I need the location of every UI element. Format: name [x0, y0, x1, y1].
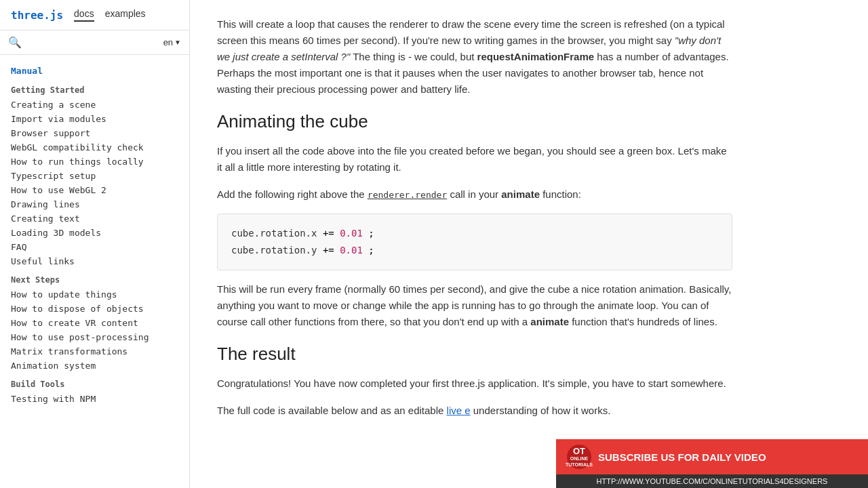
site-title[interactable]: three.js: [11, 9, 63, 22]
search-icon: 🔍: [8, 36, 22, 49]
section2-p2: The full code is available below and as …: [217, 403, 732, 419]
nav-creating-scene[interactable]: Creating a scene: [0, 98, 189, 112]
nav-docs[interactable]: docs: [74, 8, 94, 22]
live-example-link[interactable]: live e: [447, 405, 471, 416]
intro-paragraph: This will create a loop that causes the …: [217, 16, 732, 98]
section1-heading: Animating the cube: [217, 111, 841, 132]
section1-p2: Add the following right above the render…: [217, 186, 732, 203]
group-getting-started: Getting Started: [0, 79, 189, 98]
nav-testing-npm[interactable]: Testing with NPM: [0, 392, 189, 406]
nav-creating-text[interactable]: Creating text: [0, 211, 189, 226]
nav-webgl-compat[interactable]: WebGL compatibility check: [0, 140, 189, 155]
nav-faq[interactable]: FAQ: [0, 240, 189, 254]
subscribe-banner: OT ONLINE TUTORIALS SUBSCRIBE US FOR DAI…: [556, 439, 868, 488]
nav-dispose-objects[interactable]: How to dispose of objects: [0, 302, 189, 316]
nav-matrix-transforms[interactable]: Matrix transformations: [0, 344, 189, 359]
subscribe-url: HTTP://WWW.YOUTUBE.COM/C/ONLINETUTORIALS…: [556, 474, 868, 488]
sidebar: three.js docs examples 🔍 en ▼ Manual Get…: [0, 0, 190, 488]
code-line-2: cube.rotation.y += 0.01 ;: [231, 242, 718, 259]
search-input[interactable]: [27, 37, 158, 48]
nav-import-modules[interactable]: Import via modules: [0, 112, 189, 126]
subscribe-top: OT ONLINE TUTORIALS SUBSCRIBE US FOR DAI…: [556, 439, 868, 474]
nav-webgl2[interactable]: How to use WebGL 2: [0, 183, 189, 197]
section2-p1: Congratulations! You have now completed …: [217, 375, 732, 392]
code-line-1: cube.rotation.x += 0.01 ;: [231, 225, 718, 242]
code-block: cube.rotation.x += 0.01 ; cube.rotation.…: [217, 214, 732, 270]
search-bar: 🔍 en ▼: [0, 30, 189, 55]
group-build-tools: Build Tools: [0, 373, 189, 392]
section1-p1: If you insert all the code above into th…: [217, 143, 732, 176]
section1-p3: This will be run every frame (normally 6…: [217, 281, 732, 330]
main-content: This will create a loop that causes the …: [190, 0, 868, 488]
nav-post-processing[interactable]: How to use post-processing: [0, 330, 189, 344]
nav-drawing-lines[interactable]: Drawing lines: [0, 197, 189, 211]
nav-update-things[interactable]: How to update things: [0, 287, 189, 302]
manual-label: Manual: [0, 60, 189, 79]
nav-examples[interactable]: examples: [105, 8, 146, 22]
language-selector[interactable]: en ▼: [163, 37, 181, 47]
nav-useful-links[interactable]: Useful links: [0, 254, 189, 268]
nav-run-locally[interactable]: How to run things locally: [0, 155, 189, 169]
ot-logo: OT ONLINE TUTORIALS: [567, 445, 591, 469]
header-nav: docs examples: [74, 8, 146, 22]
sidebar-header: three.js docs examples: [0, 0, 189, 30]
section2-heading: The result: [217, 344, 841, 365]
chevron-down-icon: ▼: [174, 39, 181, 46]
nav-loading-3d[interactable]: Loading 3D models: [0, 226, 189, 240]
nav-browser-support[interactable]: Browser support: [0, 126, 189, 140]
nav-animation-system[interactable]: Animation system: [0, 359, 189, 373]
sidebar-nav: Manual Getting Started Creating a scene …: [0, 55, 189, 488]
nav-typescript[interactable]: Typescript setup: [0, 169, 189, 183]
subscribe-text: SUBSCRIBE US FOR DAILY VIDEO: [598, 451, 766, 463]
group-next-steps: Next Steps: [0, 268, 189, 287]
nav-create-vr[interactable]: How to create VR content: [0, 316, 189, 330]
